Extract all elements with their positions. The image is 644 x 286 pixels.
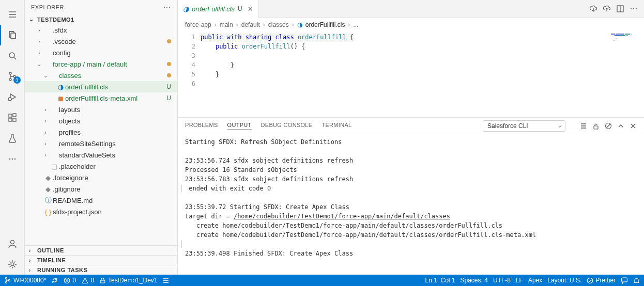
tab-problems[interactable]: PROBLEMS — [185, 122, 218, 130]
search-icon[interactable] — [0, 45, 25, 66]
explorer-more-icon[interactable] — [163, 3, 171, 11]
tab-terminal[interactable]: TERMINAL — [321, 122, 351, 130]
close-icon[interactable]: ✕ — [248, 5, 253, 13]
settings-icon[interactable] — [0, 254, 25, 275]
extensions-icon[interactable] — [0, 107, 25, 128]
tab-actions — [583, 5, 644, 13]
svg-rect-1 — [11, 33, 16, 39]
explorer-icon[interactable] — [0, 25, 25, 45]
apex-file-icon: ◑ — [297, 21, 302, 28]
cloud-retrieve-icon[interactable] — [589, 5, 597, 13]
tree-item[interactable]: ›.vscode — [25, 36, 177, 47]
svg-point-22 — [633, 8, 634, 9]
tree-item[interactable]: ›standardValueSets — [25, 149, 177, 161]
tree-item[interactable]: ⌄classes — [25, 70, 177, 81]
tree-item[interactable]: ›layouts — [25, 104, 177, 115]
timeline-section[interactable]: ›TIMELINE — [25, 255, 177, 265]
tree-item-label: config — [53, 49, 173, 57]
tree-item[interactable]: ›objects — [25, 115, 177, 126]
line-gutter: 1 2 3 4 5 6 — [178, 33, 201, 117]
menu-icon[interactable] — [0, 4, 25, 25]
more-icon[interactable] — [0, 149, 25, 169]
cursor-pos[interactable]: Ln 1, Col 1 — [425, 277, 455, 284]
git-status-badge: U — [166, 83, 171, 90]
file-icon: ▢ — [50, 163, 59, 170]
chevron-up-icon[interactable] — [617, 122, 624, 130]
encoding[interactable]: UTF-8 — [493, 277, 511, 284]
close-panel-icon[interactable] — [630, 122, 637, 130]
activity-bar: 3 — [0, 0, 25, 275]
tree-item-label: .gitignore — [53, 185, 173, 193]
running-tasks-section[interactable]: ›RUNNING TASKS — [25, 265, 177, 275]
branch-item[interactable]: WI-000080* — [4, 277, 46, 284]
tree-item-label: layouts — [59, 106, 173, 114]
output-channel-select[interactable]: Salesforce CLI ⌄ — [483, 120, 565, 132]
output-content[interactable]: Starting SFDX: Refresh SObject Definitio… — [178, 134, 644, 275]
tree-item[interactable]: ⓘREADME.md — [25, 195, 177, 206]
source-control-icon[interactable]: 3 — [0, 66, 25, 87]
outline-section[interactable]: ›OUTLINE — [25, 245, 177, 255]
list-icon[interactable] — [580, 122, 587, 130]
svg-rect-9 — [9, 118, 12, 121]
prettier-item[interactable]: Prettier — [587, 277, 616, 284]
eol[interactable]: LF — [516, 277, 523, 284]
test-icon[interactable] — [0, 128, 25, 149]
tab-more-icon[interactable] — [630, 5, 638, 13]
tree-item[interactable]: ›remoteSiteSettings — [25, 138, 177, 149]
tree-item-label: force-app / main / default — [53, 60, 167, 68]
tab-output[interactable]: OUTPUT — [227, 122, 252, 130]
svg-point-28 — [8, 279, 10, 281]
account-icon[interactable] — [0, 233, 25, 254]
list-selection-icon[interactable] — [162, 277, 170, 284]
tree-item[interactable]: ◑orderFullfill.clsU — [25, 81, 177, 92]
svg-point-17 — [164, 7, 165, 8]
chevron-down-icon: ⌄ — [558, 123, 562, 129]
tree-item[interactable]: ›.sfdx — [25, 24, 177, 36]
code-editor[interactable]: 1 2 3 4 5 6 public with sharing class or… — [178, 31, 644, 117]
feedback-icon[interactable] — [621, 277, 628, 284]
file-icon: ◼ — [56, 94, 65, 102]
unlock-icon[interactable] — [592, 122, 600, 130]
tree-item[interactable]: ›profiles — [25, 126, 177, 138]
svg-point-12 — [9, 158, 10, 160]
code-lines[interactable]: public with sharing class orderFullfill … — [201, 33, 354, 117]
folder-name: TESTDEMO1 — [37, 17, 74, 23]
modified-dot-icon — [167, 39, 171, 43]
cloud-deploy-icon[interactable] — [603, 5, 611, 13]
folder-header[interactable]: ⌄ TESTDEMO1 — [25, 14, 177, 24]
org-item[interactable]: TestDemo1_Dev1 — [99, 277, 157, 284]
tree-item[interactable]: ▢.placeholder — [25, 161, 177, 172]
svg-point-19 — [169, 7, 170, 8]
svg-point-18 — [166, 7, 167, 8]
errors-item[interactable]: 0 0 — [64, 277, 94, 284]
language[interactable]: Apex — [528, 277, 542, 284]
sync-icon[interactable] — [51, 277, 58, 284]
tree-item[interactable]: ◆.forceignore — [25, 172, 177, 183]
tab-debug-console[interactable]: DEBUG CONSOLE — [261, 122, 313, 130]
breadcrumbs[interactable]: force-app› main› default› classes› ◑ ord… — [178, 18, 644, 31]
svg-rect-32 — [622, 278, 627, 282]
tree-item[interactable]: ⌄force-app / main / default — [25, 58, 177, 70]
debug-icon[interactable] — [0, 87, 25, 107]
bell-icon[interactable] — [633, 277, 640, 284]
tree-item[interactable]: ›config — [25, 47, 177, 58]
file-icon: ◆ — [43, 174, 53, 182]
explorer-title: EXPLORER — [31, 4, 64, 10]
tab-orderfullfill[interactable]: ◑ orderFullfill.cls U ✕ — [178, 0, 259, 18]
tree-item[interactable]: ◆.gitignore — [25, 183, 177, 195]
keyboard-layout[interactable]: Layout: U.S. — [547, 277, 581, 284]
tree-item[interactable]: ◼orderFullfill.cls-meta.xmlU — [25, 92, 177, 104]
tree-item-label: .sfdx — [53, 26, 173, 34]
tab-bar: ◑ orderFullfill.cls U ✕ — [178, 0, 644, 18]
split-editor-icon[interactable] — [616, 5, 624, 13]
clear-icon[interactable] — [605, 122, 612, 130]
file-icon: ◆ — [43, 185, 53, 193]
minimap[interactable] — [611, 34, 637, 41]
tree-item[interactable]: { }sfdx-project.json — [25, 206, 177, 217]
svg-point-23 — [636, 8, 637, 9]
tree-item-label: objects — [59, 117, 173, 125]
svg-point-14 — [14, 158, 16, 160]
modified-dot-icon — [167, 73, 171, 77]
tree-item-label: classes — [59, 72, 167, 80]
indent[interactable]: Spaces: 4 — [461, 277, 488, 284]
